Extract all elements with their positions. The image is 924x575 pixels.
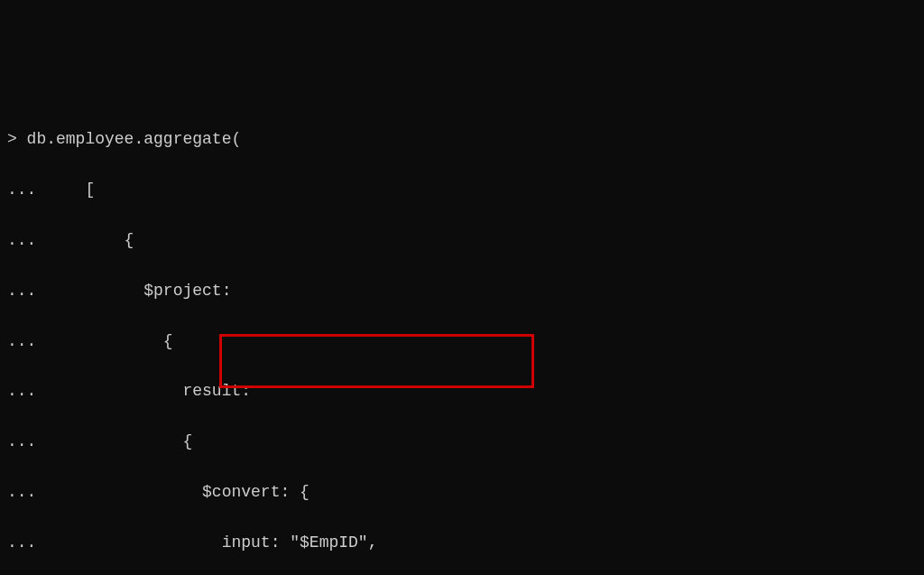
code-line: ... input: "$EmpID", — [0, 531, 924, 556]
code-line: ... [ — [0, 178, 924, 203]
code-line: ... { — [0, 228, 924, 254]
code-line: ... { — [0, 430, 924, 455]
code-line: ... { — [0, 329, 924, 355]
terminal-output[interactable]: > db.employee.aggregate( ... [ ... { ...… — [0, 103, 924, 575]
code-line: ... result: — [0, 379, 924, 404]
code-line: > db.employee.aggregate( — [0, 127, 924, 153]
code-line: ... $convert: { — [0, 480, 924, 505]
code-line: ... $project: — [0, 279, 924, 304]
